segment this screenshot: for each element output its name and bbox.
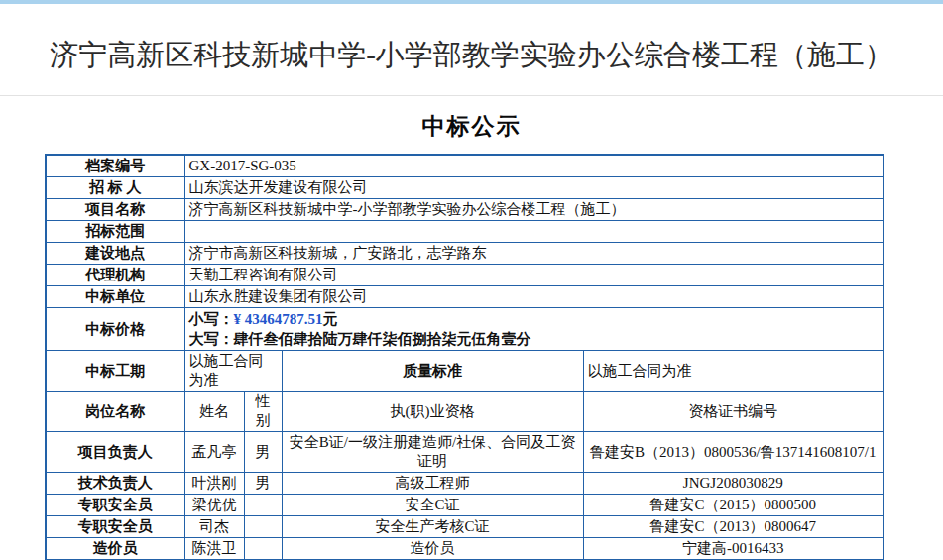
row-value bbox=[184, 221, 884, 243]
row-label: 招 标 人 bbox=[46, 177, 184, 199]
staff-header-name: 姓名 bbox=[184, 392, 244, 432]
row-label: 档案编号 bbox=[46, 155, 184, 177]
table-row-safety-officer-1: 专职安全员 梁优优 安全C证 鲁建安C（2015）0800500 bbox=[46, 495, 884, 516]
table-row-tender-scope: 招标范围 bbox=[46, 221, 884, 243]
row-label: 中标价格 bbox=[46, 308, 184, 351]
price-amount: ¥ 43464787.51 bbox=[234, 311, 323, 327]
table-row-archive-no: 档案编号 GX-2017-SG-035 bbox=[46, 155, 884, 177]
staff-cert-no: JNGJ208030829 bbox=[583, 473, 884, 495]
staff-position: 专职安全员 bbox=[46, 495, 184, 516]
row-label: 招标范围 bbox=[46, 221, 184, 243]
quality-standard-value: 以施工合同为准 bbox=[583, 351, 884, 392]
row-value: GX-2017-SG-035 bbox=[184, 155, 884, 177]
staff-qualification: 安全B证/一级注册建造师/社保、合同及工资证明 bbox=[282, 432, 583, 473]
staff-qualification: 造价员 bbox=[282, 538, 583, 560]
staff-position: 技术负责人 bbox=[46, 473, 184, 495]
staff-header-cert-no: 资格证书编号 bbox=[583, 392, 884, 432]
row-label: 中标工期 bbox=[46, 351, 184, 392]
row-value: 济宁市高新区科技新城，广安路北，志学路东 bbox=[184, 243, 884, 265]
row-label: 项目名称 bbox=[46, 199, 184, 221]
staff-qualification: 安全C证 bbox=[282, 495, 583, 516]
bid-price-cell: 小写：¥ 43464787.51元 大写：肆仟叁佰肆拾陆万肆仟柒佰捌拾柒元伍角壹… bbox=[184, 308, 884, 351]
table-row-bid-price: 中标价格 小写：¥ 43464787.51元 大写：肆仟叁佰肆拾陆万肆仟柒佰捌拾… bbox=[46, 308, 884, 351]
staff-name: 梁优优 bbox=[184, 495, 244, 516]
table-row-construction-period: 中标工期 以施工合同为准 质量标准 以施工合同为准 bbox=[46, 351, 884, 392]
table-row-cost-estimator: 造价员 陈洪卫 造价员 宁建高-0016433 bbox=[46, 538, 884, 560]
staff-gender bbox=[244, 538, 282, 560]
row-label: 代理机构 bbox=[46, 265, 184, 286]
staff-name: 叶洪刚 bbox=[184, 473, 244, 495]
staff-header-position: 岗位名称 bbox=[46, 392, 184, 432]
page-header: 济宁高新区科技新城中学-小学部教学实验办公综合楼工程（施工） bbox=[0, 4, 943, 96]
staff-position: 项目负责人 bbox=[46, 432, 184, 473]
staff-gender bbox=[244, 495, 282, 516]
row-value: 山东滨达开发建设有限公司 bbox=[184, 177, 884, 199]
staff-gender: 男 bbox=[244, 432, 282, 473]
table-row-staff-header: 岗位名称 姓名 性别 执(职)业资格 资格证书编号 bbox=[46, 392, 884, 432]
row-value: 济宁高新区科技新城中学-小学部教学实验办公综合楼工程（施工） bbox=[184, 199, 884, 221]
staff-position: 专职安全员 bbox=[46, 516, 184, 538]
table-row-safety-officer-2: 专职安全员 司杰 安全生产考核C证 鲁建安C（2013）0800647 bbox=[46, 516, 884, 538]
table-row-tenderer: 招 标 人 山东滨达开发建设有限公司 bbox=[46, 177, 884, 199]
staff-name: 陈洪卫 bbox=[184, 538, 244, 560]
staff-cert-no: 鲁建安B（2013）0800536/鲁137141608107/1 bbox=[583, 432, 884, 473]
staff-position: 造价员 bbox=[46, 538, 184, 560]
staff-gender: 男 bbox=[244, 473, 282, 495]
staff-gender bbox=[244, 516, 282, 538]
staff-cert-no: 鲁建安C（2015）0800500 bbox=[583, 495, 884, 516]
bid-announcement-table: 档案编号 GX-2017-SG-035 招 标 人 山东滨达开发建设有限公司 项… bbox=[45, 154, 884, 560]
staff-cert-no: 鲁建安C（2013）0800647 bbox=[583, 516, 884, 538]
table-row-winning-bidder: 中标单位 山东永胜建设集团有限公司 bbox=[46, 286, 884, 308]
table-row-agency: 代理机构 天勤工程咨询有限公司 bbox=[46, 265, 884, 286]
staff-name: 孟凡亭 bbox=[184, 432, 244, 473]
price-words-line: 大写：肆仟叁佰肆拾陆万肆仟柒佰捌拾柒元伍角壹分 bbox=[189, 329, 880, 349]
row-value: 天勤工程咨询有限公司 bbox=[184, 265, 884, 286]
table-row-project-manager: 项目负责人 孟凡亭 男 安全B证/一级注册建造师/社保、合同及工资证明 鲁建安B… bbox=[46, 432, 884, 473]
staff-qualification: 安全生产考核C证 bbox=[282, 516, 583, 538]
table-row-site-location: 建设地点 济宁市高新区科技新城，广安路北，志学路东 bbox=[46, 243, 884, 265]
period-value: 以施工合同为准 bbox=[184, 351, 282, 392]
row-label: 中标单位 bbox=[46, 286, 184, 308]
staff-header-gender: 性别 bbox=[244, 392, 282, 432]
price-unit: 元 bbox=[323, 311, 338, 327]
price-small-prefix: 小写： bbox=[189, 311, 234, 327]
price-numeric-line: 小写：¥ 43464787.51元 bbox=[189, 309, 880, 329]
staff-name: 司杰 bbox=[184, 516, 244, 538]
staff-header-qualification: 执(职)业资格 bbox=[282, 392, 583, 432]
row-value: 山东永胜建设集团有限公司 bbox=[184, 286, 884, 308]
quality-standard-label: 质量标准 bbox=[282, 351, 583, 392]
announcement-heading: 中标公示 bbox=[0, 111, 943, 142]
table-row-technical-manager: 技术负责人 叶洪刚 男 高级工程师 JNGJ208030829 bbox=[46, 473, 884, 495]
table-row-project-name: 项目名称 济宁高新区科技新城中学-小学部教学实验办公综合楼工程（施工） bbox=[46, 199, 884, 221]
page-title: 济宁高新区科技新城中学-小学部教学实验办公综合楼工程（施工） bbox=[0, 36, 943, 75]
staff-qualification: 高级工程师 bbox=[282, 473, 583, 495]
staff-cert-no: 宁建高-0016433 bbox=[583, 538, 884, 560]
row-label: 建设地点 bbox=[46, 243, 184, 265]
